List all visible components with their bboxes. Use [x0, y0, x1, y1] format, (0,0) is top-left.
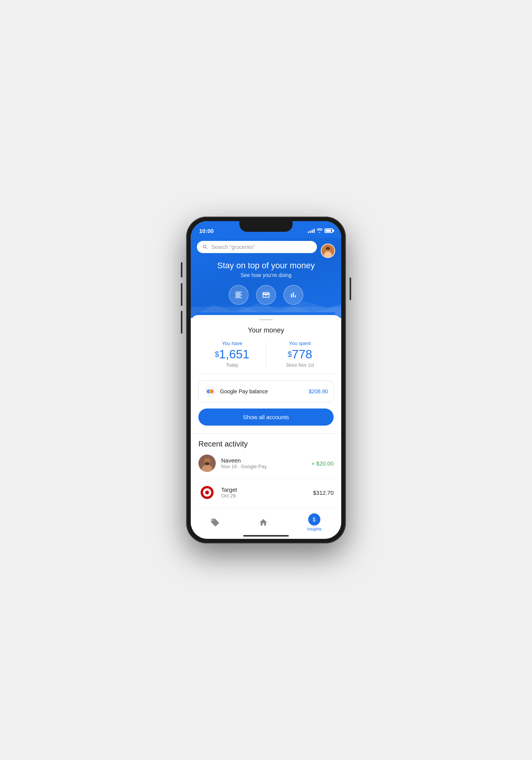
signal-icon — [308, 228, 315, 233]
target-avatar — [198, 484, 216, 501]
section-divider — [191, 433, 341, 434]
google-pay-balance-row[interactable]: Google Pay balance $208.90 — [198, 380, 334, 402]
nav-item-insights[interactable]: Insights — [307, 513, 321, 531]
hero-text: Stay on top of your money See how you're… — [197, 261, 335, 278]
target-sub: Oct 29 — [221, 493, 308, 499]
you-have-col: You have $1,651 Today — [198, 340, 266, 368]
svg-point-2 — [324, 252, 332, 258]
hero-subtitle: See how you're doing — [201, 272, 331, 278]
balance-label: Google Pay balance — [220, 388, 305, 394]
svg-point-11 — [209, 390, 211, 394]
home-indicator — [243, 535, 289, 537]
chart-button[interactable] — [283, 285, 303, 305]
silent-button — [181, 262, 182, 277]
activity-item-target[interactable]: Target Oct 29 $312.70 — [198, 484, 334, 508]
search-placeholder: Search "groceries" — [211, 244, 312, 250]
transactions-button[interactable] — [229, 285, 249, 305]
gpay-icon — [204, 385, 216, 397]
money-title: Your money — [198, 326, 334, 334]
money-section: Your money You have $1,651 Today You spe… — [191, 326, 341, 426]
volume-down-button — [181, 311, 182, 334]
volume-up-button — [181, 283, 182, 306]
target-amount: $312.70 — [313, 489, 334, 496]
activity-title: Recent activity — [198, 440, 334, 448]
you-spent-label: You spent — [266, 340, 334, 346]
bottom-nav: Insights — [191, 510, 341, 539]
target-info: Target Oct 29 — [221, 486, 308, 499]
money-row: You have $1,651 Today You spent $778 Sin… — [198, 340, 334, 374]
status-time: 10:00 — [199, 228, 214, 234]
phone-screen: 10:00 Search " — [191, 221, 341, 539]
tag-icon — [211, 518, 220, 527]
svg-point-16 — [205, 462, 209, 465]
header-section: Search "groceries" Stay on top of your m… — [191, 238, 341, 318]
content-area: Your money You have $1,651 Today You spe… — [191, 315, 341, 513]
recent-activity-section: Recent activity Nave — [191, 440, 341, 508]
you-spent-sublabel: Since Nov 1st — [266, 363, 334, 368]
naveen-amount: + $20.00 — [311, 460, 334, 467]
naveen-sub: Nov 18 · Google Pay — [221, 464, 306, 469]
battery-icon — [325, 228, 333, 233]
power-button — [350, 277, 351, 300]
you-spent-amount: $778 — [266, 348, 334, 361]
home-icon — [259, 518, 268, 527]
show-all-accounts-button[interactable]: Show all accounts — [198, 408, 334, 426]
phone-frame: 10:00 Search " — [186, 217, 346, 543]
naveen-avatar — [198, 454, 216, 472]
user-avatar[interactable] — [321, 244, 335, 258]
search-bar[interactable]: Search "groceries" — [197, 241, 317, 253]
search-row: Search "groceries" — [197, 241, 335, 261]
activity-item-naveen[interactable]: Naveen Nov 18 · Google Pay + $20.00 — [198, 454, 334, 478]
svg-point-4 — [326, 247, 330, 250]
hero-title: Stay on top of your money — [201, 261, 331, 271]
wifi-icon — [317, 228, 323, 233]
insights-icon — [308, 513, 320, 526]
you-spent-col: You spent $778 Since Nov 1st — [266, 340, 334, 368]
status-icons — [308, 228, 333, 233]
nav-item-tag[interactable] — [211, 518, 220, 527]
naveen-name: Naveen — [221, 457, 306, 464]
you-have-sublabel: Today — [198, 363, 266, 368]
search-icon — [202, 244, 208, 250]
drag-handle[interactable] — [259, 319, 273, 320]
target-name: Target — [221, 486, 308, 493]
nav-item-home[interactable] — [259, 518, 268, 527]
svg-point-21 — [205, 491, 209, 494]
you-have-amount: $1,651 — [198, 348, 266, 361]
balance-amount: $208.90 — [309, 388, 328, 394]
notch — [239, 221, 293, 232]
pay-button[interactable] — [256, 285, 276, 305]
insights-label: Insights — [307, 527, 321, 531]
you-have-label: You have — [198, 340, 266, 346]
quick-actions — [197, 285, 335, 312]
naveen-info: Naveen Nov 18 · Google Pay — [221, 457, 306, 469]
